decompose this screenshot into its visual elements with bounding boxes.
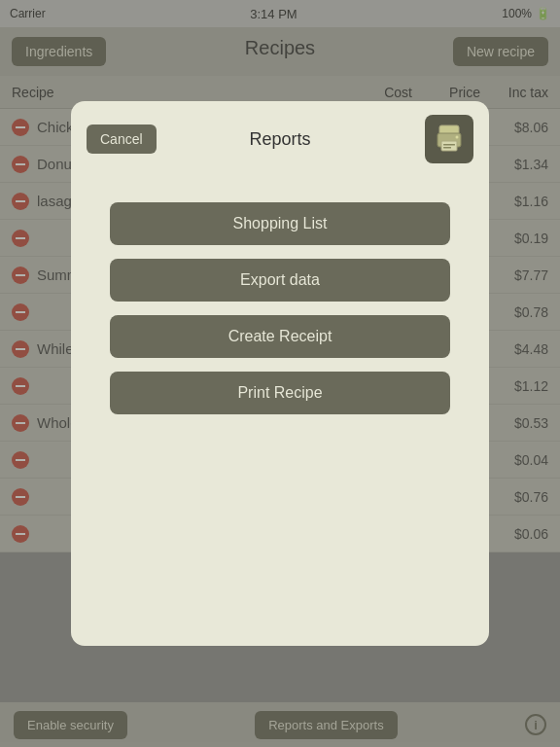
svg-point-5 [456, 136, 459, 139]
modal-overlay: Cancel Reports Shopping ListExport dataC… [0, 0, 560, 747]
svg-rect-4 [443, 147, 451, 149]
modal-action-btn-0[interactable]: Shopping List [110, 202, 450, 245]
reports-icon [425, 115, 473, 163]
modal-action-btn-1[interactable]: Export data [110, 259, 450, 302]
modal-action-btn-3[interactable]: Print Recipe [110, 372, 450, 414]
modal-header: Cancel Reports [71, 101, 489, 173]
modal-buttons: Shopping ListExport dataCreate ReceiptPr… [71, 202, 489, 414]
cancel-button[interactable]: Cancel [87, 124, 157, 154]
reports-modal: Cancel Reports Shopping ListExport dataC… [71, 101, 489, 646]
svg-rect-3 [443, 144, 455, 146]
printer-svg-icon [432, 122, 467, 157]
modal-action-btn-2[interactable]: Create Receipt [110, 315, 450, 358]
svg-rect-2 [441, 141, 457, 151]
modal-title: Reports [249, 129, 310, 150]
